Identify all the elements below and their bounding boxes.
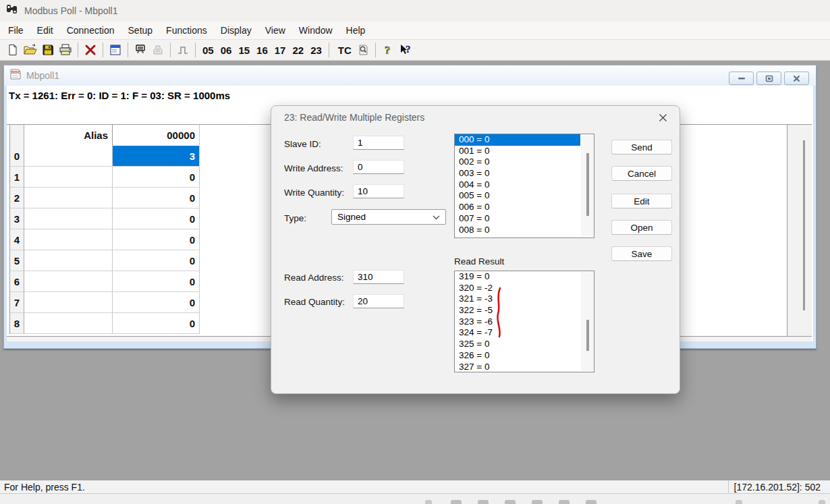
write-address-field[interactable]	[353, 160, 404, 174]
communication-icon[interactable]	[132, 42, 149, 58]
cancel-button[interactable]: Cancel	[611, 166, 672, 181]
list-scrollbar[interactable]	[581, 135, 594, 237]
value-cell-selected[interactable]: 3	[113, 146, 200, 167]
menu-setup[interactable]: Setup	[121, 23, 160, 38]
func-05-button[interactable]: 05	[199, 45, 217, 56]
menu-view[interactable]: View	[258, 23, 292, 38]
list-item[interactable]: 322 = -5	[455, 305, 594, 316]
value-cell[interactable]: 0	[113, 292, 200, 313]
menu-connection[interactable]: Connection	[60, 23, 121, 38]
scrollbar-thumb[interactable]	[586, 153, 589, 216]
open-file-icon[interactable]	[22, 42, 39, 58]
alias-cell[interactable]	[24, 146, 113, 167]
list-item[interactable]: 321 = -3	[455, 293, 594, 305]
list-item[interactable]: 008 = 0	[455, 225, 594, 236]
taskbar[interactable]	[0, 493, 830, 504]
grid-header-alias[interactable]: Alias	[24, 125, 113, 146]
taskbar-icon[interactable]	[586, 500, 597, 504]
help-icon[interactable]: ?	[379, 42, 397, 58]
list-item[interactable]: 001 = 0	[455, 146, 594, 157]
value-cell[interactable]: 0	[113, 188, 200, 208]
list-item[interactable]: 327 = 0	[455, 362, 594, 373]
row-header[interactable]: 8	[10, 313, 24, 334]
doc-titlebar[interactable]: DOC Mbpoll1	[4, 65, 816, 86]
link-disabled-icon[interactable]	[149, 42, 167, 58]
row-header[interactable]: 3	[10, 208, 24, 229]
taskbar-icon[interactable]	[478, 500, 489, 504]
taskbar-icon[interactable]	[451, 500, 462, 504]
send-button[interactable]: Send	[611, 140, 672, 155]
alias-cell[interactable]	[24, 292, 113, 313]
disconnect-icon[interactable]	[82, 42, 99, 58]
row-header[interactable]: 4	[10, 229, 24, 250]
taskbar-icon[interactable]	[559, 500, 570, 504]
open-button[interactable]: Open	[611, 220, 672, 235]
menu-functions[interactable]: Functions	[159, 23, 214, 38]
taskbar-icon[interactable]	[425, 500, 432, 504]
alias-cell[interactable]	[24, 208, 113, 229]
list-item[interactable]: 325 = 0	[455, 339, 594, 350]
write-registers-list[interactable]: 000 = 0 001 = 0 002 = 0 003 = 0 004 = 0 …	[454, 134, 594, 238]
setup-window-icon[interactable]	[107, 42, 124, 58]
func-17-button[interactable]: 17	[271, 45, 289, 56]
scrollbar-thumb[interactable]	[586, 320, 589, 351]
row-header[interactable]: 6	[10, 271, 24, 292]
alias-cell[interactable]	[24, 188, 113, 208]
list-item[interactable]: 006 = 0	[455, 202, 594, 213]
alias-cell[interactable]	[24, 229, 113, 250]
alias-cell[interactable]	[24, 167, 113, 188]
menu-edit[interactable]: Edit	[30, 23, 60, 38]
write-quantity-field[interactable]	[353, 184, 404, 198]
type-select[interactable]: Signed	[331, 209, 446, 225]
read-address-field[interactable]	[353, 270, 404, 284]
func-06-button[interactable]: 06	[217, 45, 236, 56]
row-header[interactable]: 0	[10, 146, 24, 167]
func-23-button[interactable]: 23	[307, 45, 325, 56]
value-cell[interactable]: 0	[113, 250, 200, 271]
value-cell[interactable]: 0	[113, 167, 200, 188]
context-help-icon[interactable]: ?	[397, 42, 414, 58]
list-scrollbar[interactable]	[581, 272, 594, 371]
menu-help[interactable]: Help	[339, 23, 372, 38]
edit-button[interactable]: Edit	[611, 194, 672, 208]
value-cell[interactable]: 0	[113, 271, 200, 292]
taskbar-icon[interactable]	[505, 500, 516, 504]
new-file-icon[interactable]	[4, 42, 22, 58]
func-16-button[interactable]: 16	[253, 45, 271, 56]
row-header[interactable]: 1	[10, 167, 24, 188]
alias-cell[interactable]	[24, 271, 113, 292]
alias-cell[interactable]	[24, 313, 113, 334]
doc-minimize-button[interactable]	[729, 72, 754, 85]
save-button[interactable]: Save	[611, 246, 672, 261]
read-quantity-field[interactable]	[353, 294, 404, 308]
list-item[interactable]: 326 = 0	[455, 350, 594, 362]
dialog-close-icon[interactable]	[657, 111, 669, 123]
pulse-icon[interactable]	[174, 42, 192, 58]
list-item[interactable]: 003 = 0	[455, 168, 594, 179]
list-item[interactable]: 320 = -2	[455, 283, 594, 294]
list-item-selected[interactable]: 000 = 0	[455, 134, 580, 146]
menu-window[interactable]: Window	[292, 23, 339, 38]
doc-close-button[interactable]	[784, 72, 809, 85]
taskbar-icon[interactable]	[736, 500, 742, 504]
menu-display[interactable]: Display	[214, 23, 258, 38]
value-cell[interactable]: 0	[113, 208, 200, 229]
grid-header-00000[interactable]: 00000	[113, 125, 200, 146]
list-item[interactable]: 007 = 0	[455, 213, 594, 225]
tc-button[interactable]: TC	[333, 45, 354, 56]
list-item[interactable]: 004 = 0	[455, 179, 594, 191]
doc-restore-button[interactable]	[756, 72, 781, 85]
func-15-button[interactable]: 15	[235, 45, 253, 56]
value-cell[interactable]: 0	[113, 229, 200, 250]
menu-file[interactable]: File	[1, 23, 30, 38]
slave-id-field[interactable]	[353, 136, 404, 150]
row-header[interactable]: 5	[10, 250, 24, 271]
list-item[interactable]: 319 = 0	[455, 271, 594, 283]
list-item[interactable]: 324 = -7	[455, 327, 594, 339]
taskbar-icon[interactable]	[532, 500, 543, 504]
row-header[interactable]: 2	[10, 188, 24, 208]
alias-cell[interactable]	[24, 250, 113, 271]
func-22-button[interactable]: 22	[289, 45, 307, 56]
taskbar-icon[interactable]	[819, 500, 825, 504]
save-icon[interactable]	[39, 42, 57, 58]
